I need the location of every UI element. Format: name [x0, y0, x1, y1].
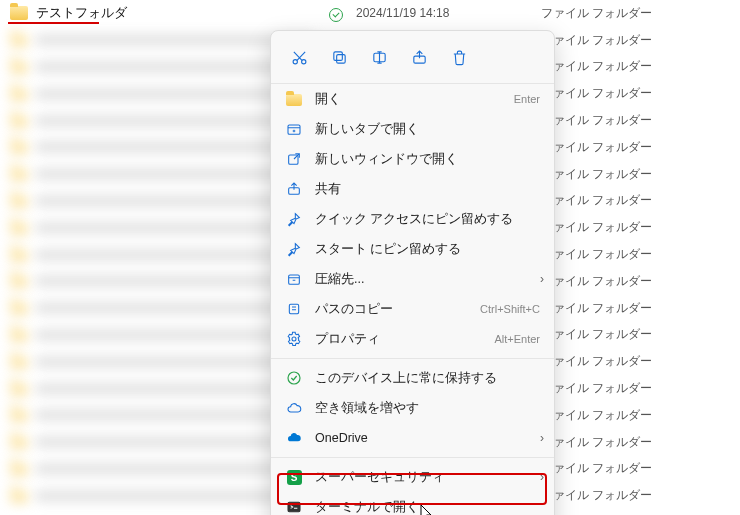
folder-icon — [10, 4, 28, 22]
tab-icon — [285, 120, 303, 138]
menu-label: スタート にピン留めする — [315, 241, 540, 258]
svg-point-11 — [292, 337, 296, 341]
chevron-right-icon: › — [540, 470, 544, 484]
folder-icon — [10, 219, 28, 237]
svg-rect-3 — [333, 51, 342, 60]
menu-item-share[interactable]: 共有 — [271, 174, 554, 204]
highlight-underline — [8, 22, 99, 24]
menu-item-new-window[interactable]: 新しいウィンドウで開く — [271, 144, 554, 174]
menu-item-onedrive[interactable]: OneDrive › — [271, 423, 554, 453]
folder-icon — [10, 246, 28, 264]
delete-button[interactable] — [441, 41, 477, 73]
share-button[interactable] — [401, 41, 437, 73]
sync-status-icon — [316, 4, 356, 22]
menu-label: クイック アクセスにピン留めする — [315, 211, 540, 228]
svg-rect-9 — [289, 275, 300, 284]
menu-label: 新しいタブで開く — [315, 121, 540, 138]
folder-icon — [10, 192, 28, 210]
folder-icon — [10, 353, 28, 371]
menu-label: 開く — [315, 91, 502, 108]
sync-keep-icon — [285, 369, 303, 387]
separator — [271, 358, 554, 359]
menu-item-pin-quick[interactable]: クイック アクセスにピン留めする — [271, 204, 554, 234]
menu-shortcut: Alt+Enter — [494, 333, 540, 345]
menu-shortcut: Enter — [514, 93, 540, 105]
folder-icon — [10, 138, 28, 156]
folder-icon — [10, 406, 28, 424]
menu-shortcut: Ctrl+Shift+C — [480, 303, 540, 315]
folder-icon — [10, 165, 28, 183]
menu-label: このデバイス上に常に保持する — [315, 370, 540, 387]
context-menu-toolbar — [271, 37, 554, 84]
menu-item-open[interactable]: 開く Enter — [271, 84, 554, 114]
menu-item-compress[interactable]: 圧縮先... › — [271, 264, 554, 294]
properties-icon — [285, 330, 303, 348]
svg-rect-13 — [288, 502, 300, 511]
file-type: ファイル フォルダー — [506, 5, 740, 22]
folder-icon — [10, 272, 28, 290]
svg-point-1 — [301, 59, 305, 63]
folder-icon — [10, 299, 28, 317]
context-menu: 開く Enter 新しいタブで開く 新しいウィンドウで開く 共有 クイック アク… — [270, 30, 555, 515]
pin-icon — [285, 210, 303, 228]
menu-item-super-security[interactable]: S スーパーセキュリティ › — [271, 462, 554, 492]
menu-label: スーパーセキュリティ — [315, 469, 540, 486]
chevron-right-icon: › — [540, 272, 544, 286]
folder-open-icon — [285, 90, 303, 108]
onedrive-icon — [285, 429, 303, 447]
cursor-icon — [420, 504, 434, 515]
menu-item-terminal[interactable]: ターミナルで開く — [271, 492, 554, 515]
cut-button[interactable] — [281, 41, 317, 73]
share-icon — [285, 180, 303, 198]
svg-point-12 — [288, 372, 300, 384]
menu-label: OneDrive — [315, 431, 540, 445]
menu-item-new-tab[interactable]: 新しいタブで開く — [271, 114, 554, 144]
folder-icon — [10, 460, 28, 478]
menu-item-always-keep[interactable]: このデバイス上に常に保持する — [271, 363, 554, 393]
file-name: テストフォルダ — [36, 4, 316, 22]
folder-icon — [10, 433, 28, 451]
svg-rect-6 — [288, 125, 300, 134]
file-row-selected[interactable]: テストフォルダ 2024/11/19 14:18 ファイル フォルダー — [0, 0, 740, 27]
cloud-icon — [285, 399, 303, 417]
svg-rect-10 — [289, 304, 298, 313]
chevron-right-icon: › — [540, 431, 544, 445]
folder-icon — [10, 31, 28, 49]
folder-icon — [10, 85, 28, 103]
folder-icon — [10, 487, 28, 505]
svg-point-0 — [293, 59, 297, 63]
menu-label: 空き領域を増やす — [315, 400, 540, 417]
copy-button[interactable] — [321, 41, 357, 73]
folder-icon — [10, 112, 28, 130]
folder-icon — [10, 58, 28, 76]
menu-label: 圧縮先... — [315, 271, 540, 288]
menu-label: パスのコピー — [315, 301, 468, 318]
menu-item-free-space[interactable]: 空き領域を増やす — [271, 393, 554, 423]
copy-path-icon — [285, 300, 303, 318]
menu-label: 共有 — [315, 181, 540, 198]
external-window-icon — [285, 150, 303, 168]
menu-item-copy-path[interactable]: パスのコピー Ctrl+Shift+C — [271, 294, 554, 324]
separator — [271, 457, 554, 458]
security-app-icon: S — [285, 468, 303, 486]
menu-label: プロパティ — [315, 331, 482, 348]
folder-icon — [10, 380, 28, 398]
archive-icon — [285, 270, 303, 288]
pin-start-icon — [285, 240, 303, 258]
menu-label: 新しいウィンドウで開く — [315, 151, 540, 168]
file-date: 2024/11/19 14:18 — [356, 6, 506, 20]
menu-item-pin-start[interactable]: スタート にピン留めする — [271, 234, 554, 264]
menu-item-properties[interactable]: プロパティ Alt+Enter — [271, 324, 554, 354]
rename-button[interactable] — [361, 41, 397, 73]
terminal-icon — [285, 498, 303, 515]
svg-rect-2 — [336, 54, 345, 63]
folder-icon — [10, 326, 28, 344]
